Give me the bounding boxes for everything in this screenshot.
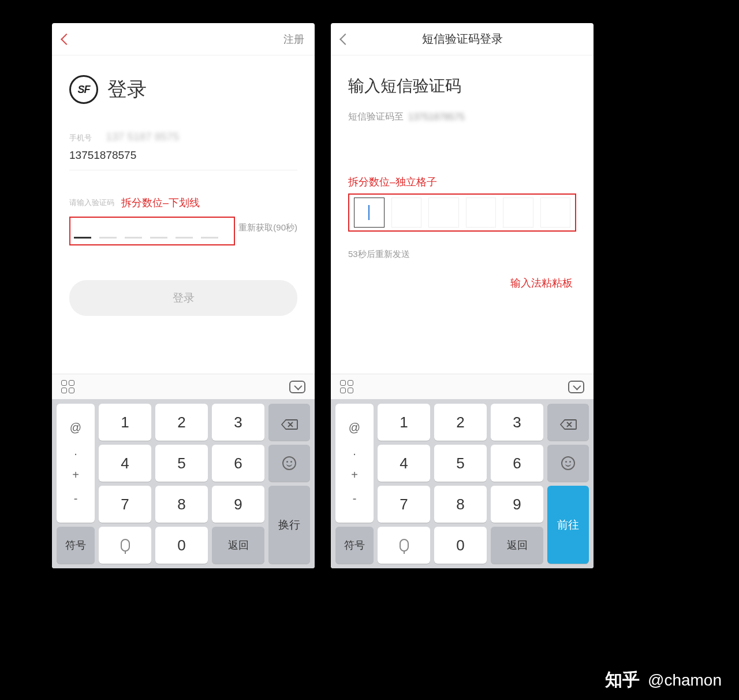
phone-blurred: 13751878575 bbox=[408, 112, 465, 122]
key-at[interactable]: @ bbox=[70, 421, 81, 434]
sms-verify-screen: 短信验证码登录 输入短信验证码 短信验证码至 13751878575 拆分数位–… bbox=[331, 23, 594, 568]
key-9[interactable]: 9 bbox=[491, 486, 543, 523]
key-plus[interactable]: + bbox=[72, 468, 79, 482]
mic-icon bbox=[121, 539, 130, 552]
emoji-icon bbox=[561, 456, 575, 470]
key-6[interactable]: 6 bbox=[212, 445, 264, 482]
key-1[interactable]: 1 bbox=[99, 404, 151, 441]
key-6[interactable]: 6 bbox=[491, 445, 543, 482]
code-cell-6[interactable] bbox=[540, 198, 571, 228]
backspace-key[interactable] bbox=[547, 404, 589, 441]
key-3[interactable]: 3 bbox=[491, 404, 543, 441]
code-cell-5[interactable] bbox=[503, 198, 533, 228]
key-at[interactable]: @ bbox=[349, 421, 360, 434]
keyboard: @ . + - 1 2 3 4 5 6 7 8 9 bbox=[331, 374, 594, 568]
symbol-key[interactable]: 符号 bbox=[57, 527, 95, 564]
subtitle: 短信验证码至 13751878575 bbox=[348, 111, 576, 123]
side-symbols[interactable]: @ . + - bbox=[335, 404, 374, 523]
phone-label: 手机号 bbox=[69, 133, 92, 142]
phone-field: 手机号 137 5187 8575 13751878575 bbox=[69, 131, 297, 170]
code-cell-3[interactable] bbox=[428, 198, 459, 228]
key-5[interactable]: 5 bbox=[155, 445, 208, 482]
key-0[interactable]: 0 bbox=[155, 527, 208, 564]
code-digit-5[interactable] bbox=[176, 237, 193, 239]
code-input-cells[interactable] bbox=[348, 193, 576, 232]
key-8[interactable]: 8 bbox=[155, 486, 208, 523]
annotation-paste: 输入法粘粘板 bbox=[348, 276, 576, 290]
mic-key[interactable] bbox=[99, 527, 151, 564]
annotation-underline: 拆分数位–下划线 bbox=[121, 196, 200, 210]
code-digit-1[interactable] bbox=[74, 237, 91, 239]
resend-countdown: 53秒后重新发送 bbox=[348, 249, 576, 260]
phone-blurred: 137 5187 8575 bbox=[106, 131, 179, 143]
return-key[interactable]: 返回 bbox=[212, 527, 264, 564]
annotation-cells: 拆分数位–独立格子 bbox=[348, 175, 576, 189]
return-key[interactable]: 返回 bbox=[491, 527, 543, 564]
register-link[interactable]: 注册 bbox=[283, 32, 304, 46]
key-2[interactable]: 2 bbox=[155, 404, 208, 441]
key-5[interactable]: 5 bbox=[434, 445, 487, 482]
code-digit-6[interactable] bbox=[201, 237, 218, 239]
login-screen: 注册 SF 登录 手机号 137 5187 8575 13751878575 请… bbox=[52, 23, 315, 568]
code-cell-1[interactable] bbox=[354, 198, 385, 228]
dismiss-keyboard-icon[interactable] bbox=[289, 381, 305, 393]
nav-bar: 注册 bbox=[52, 23, 315, 55]
nav-bar: 短信验证码登录 bbox=[331, 23, 594, 55]
key-0[interactable]: 0 bbox=[434, 527, 487, 564]
emoji-key[interactable] bbox=[547, 445, 589, 482]
backspace-key[interactable] bbox=[268, 404, 310, 441]
mic-key[interactable] bbox=[378, 527, 430, 564]
phone-input[interactable]: 13751878575 bbox=[69, 149, 297, 170]
keyboard-toolbar bbox=[52, 374, 315, 399]
apps-icon[interactable] bbox=[61, 380, 74, 393]
author: @chamon bbox=[648, 671, 722, 690]
emoji-key[interactable] bbox=[268, 445, 310, 482]
mic-icon bbox=[400, 539, 409, 552]
code-digit-3[interactable] bbox=[125, 237, 142, 239]
cursor-icon bbox=[368, 205, 370, 220]
code-cell-4[interactable] bbox=[466, 198, 497, 228]
symbol-key[interactable]: 符号 bbox=[335, 527, 374, 564]
key-8[interactable]: 8 bbox=[434, 486, 487, 523]
keyboard: @ . + - 1 2 3 4 5 6 7 8 9 bbox=[52, 374, 315, 568]
key-7[interactable]: 7 bbox=[378, 486, 430, 523]
keyboard-toolbar bbox=[331, 374, 594, 399]
key-9[interactable]: 9 bbox=[212, 486, 264, 523]
key-plus[interactable]: + bbox=[351, 468, 358, 482]
code-digit-4[interactable] bbox=[150, 237, 167, 239]
go-key[interactable]: 前往 bbox=[547, 486, 589, 564]
key-4[interactable]: 4 bbox=[378, 445, 430, 482]
newline-key[interactable]: 换行 bbox=[268, 486, 310, 564]
key-1[interactable]: 1 bbox=[378, 404, 430, 441]
heading: 输入短信验证码 bbox=[348, 75, 576, 97]
code-label: 请输入验证码 bbox=[69, 198, 114, 208]
side-symbols[interactable]: @ . + - bbox=[57, 404, 95, 523]
emoji-icon bbox=[282, 456, 296, 470]
code-cell-2[interactable] bbox=[391, 198, 422, 228]
page-title: 短信验证码登录 bbox=[422, 31, 503, 47]
back-icon[interactable] bbox=[339, 33, 351, 45]
back-icon[interactable] bbox=[61, 33, 72, 45]
key-dot[interactable]: . bbox=[353, 445, 356, 458]
apps-icon[interactable] bbox=[340, 380, 353, 393]
subtitle-prefix: 短信验证码至 bbox=[348, 111, 404, 123]
key-7[interactable]: 7 bbox=[99, 486, 151, 523]
brand: SF 登录 bbox=[69, 75, 297, 104]
code-input-underlines[interactable] bbox=[69, 217, 235, 245]
page-title: 登录 bbox=[107, 76, 147, 103]
key-dot[interactable]: . bbox=[74, 445, 77, 458]
key-minus[interactable]: - bbox=[353, 492, 357, 505]
key-minus[interactable]: - bbox=[74, 492, 78, 505]
code-digit-2[interactable] bbox=[99, 237, 117, 239]
key-3[interactable]: 3 bbox=[212, 404, 264, 441]
backspace-icon bbox=[559, 416, 577, 428]
resend-text[interactable]: 重新获取(90秒) bbox=[238, 222, 297, 233]
dismiss-keyboard-icon[interactable] bbox=[568, 381, 584, 393]
login-button[interactable]: 登录 bbox=[69, 280, 297, 316]
key-2[interactable]: 2 bbox=[434, 404, 487, 441]
key-4[interactable]: 4 bbox=[99, 445, 151, 482]
watermark: 知乎 @chamon bbox=[605, 668, 722, 692]
zhihu-logo: 知乎 bbox=[605, 668, 640, 692]
backspace-icon bbox=[281, 416, 298, 428]
sf-logo-icon: SF bbox=[69, 75, 98, 104]
